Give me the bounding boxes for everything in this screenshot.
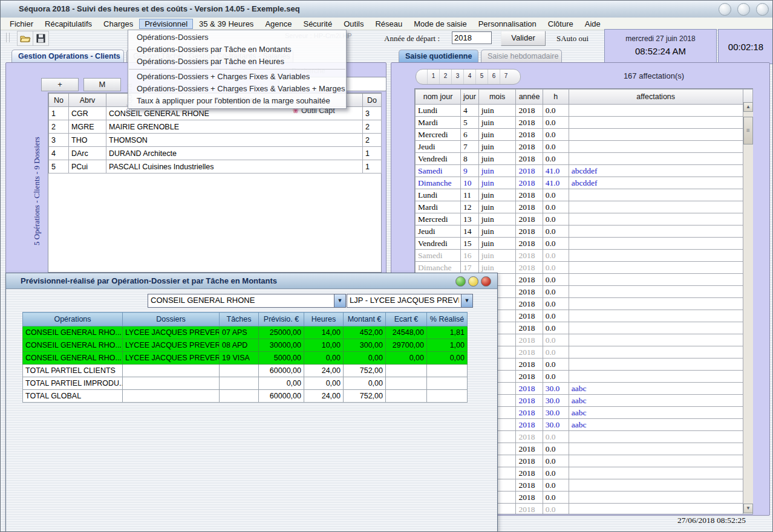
menubar-item-35-39-heures[interactable]: 35 & 39 Heures: [194, 19, 259, 29]
column-header-heures[interactable]: Heures: [304, 313, 344, 326]
day-row[interactable]: Jeudi14juin20180.0: [416, 225, 753, 238]
validate-button[interactable]: Valider: [501, 31, 546, 46]
open-folder-icon: [20, 34, 31, 43]
column-header-ann-e[interactable]: année: [516, 89, 543, 105]
menu-item-op-rations-dossiers-charges-fixes-variab[interactable]: Opérations-Dossiers + Charges Fixes & Va…: [128, 71, 346, 83]
day-row[interactable]: Mercredi13juin20180.0: [416, 213, 753, 225]
day-row[interactable]: Vendredi15juin20180.0: [416, 238, 753, 250]
previsionnel-row[interactable]: TOTAL PARTIEL CLIENTS60000,0024,00752,00: [23, 365, 468, 377]
column-header-nom-jour[interactable]: nom jour: [416, 89, 461, 105]
client-row[interactable]: 5PCuiPASCALI Cuisines Industrielles1: [49, 160, 382, 174]
menu-item-op-rations-dossiers-charges-fixes-variab[interactable]: Opérations-Dossiers + Charges Fixes & Va…: [128, 83, 346, 95]
day-row[interactable]: Vendredi8juin20180.0: [416, 153, 753, 165]
yellow-light-button[interactable]: [468, 276, 478, 287]
pager-button-4[interactable]: 4: [463, 70, 475, 84]
open-file-button[interactable]: [17, 31, 33, 46]
menubar-item-agence[interactable]: Agence: [259, 19, 297, 29]
menubar-item-aide[interactable]: Aide: [579, 19, 606, 29]
scrollbar-thumb[interactable]: ≡: [743, 117, 753, 144]
day-row[interactable]: Samedi9juin201841.0abcddef: [416, 165, 753, 177]
column-header-jour[interactable]: jour: [461, 89, 479, 105]
column-header-pr-visio[interactable]: Prévisio. €: [259, 313, 304, 326]
previsionnel-row[interactable]: TOTAL PARTIEL IMPRODU...0,000,000,00: [23, 377, 468, 390]
menu-item-op-rations-dossiers-par-t-che-en-heures[interactable]: Opérations-Dossiers par Tâche en Heures: [128, 56, 346, 68]
pager-button-2[interactable]: 2: [439, 70, 451, 84]
previsionnel-row[interactable]: TOTAL GLOBAL60000,0024,00752,00: [23, 390, 468, 403]
green-light-button[interactable]: [455, 276, 466, 287]
session-timer: 00:02:18: [718, 29, 773, 64]
menubar-item-fichier[interactable]: Fichier: [4, 19, 39, 29]
pager-button-3[interactable]: 3: [451, 70, 463, 84]
day-row[interactable]: Mardi5juin20180.0: [416, 117, 753, 129]
day-row[interactable]: Samedi16juin20180.0: [416, 250, 753, 262]
column-header-do[interactable]: Do: [363, 94, 382, 107]
red-light-button[interactable]: [481, 276, 491, 287]
menubar-item-personnalisation[interactable]: Personnalisation: [473, 19, 542, 29]
previsionnel-row[interactable]: CONSEIL GENERAL RHO...LYCEE JACQUES PREV…: [23, 326, 468, 339]
column-header-dossiers[interactable]: Dossiers: [123, 313, 220, 326]
previsionnel-row[interactable]: CONSEIL GENERAL RHO...LYCEE JACQUES PREV…: [23, 352, 468, 365]
menubar-item-r-seau[interactable]: Réseau: [370, 19, 408, 29]
previsionnel-titlebar[interactable]: Prévisionnel-réalisé par Opération-Dossi…: [6, 273, 497, 289]
scroll-up-icon[interactable]: ▲: [743, 102, 753, 112]
dossier-dropdown[interactable]: LJP - LYCEE JACQUES PREVE... ▼: [347, 294, 473, 308]
previsionnel-title: Prévisionnel-réalisé par Opération-Dossi…: [21, 276, 277, 285]
pager-button-6[interactable]: 6: [488, 70, 500, 84]
menu-item-op-rations-dossiers-par-t-che-en-montant[interactable]: Opérations-Dossiers par Tâche en Montant…: [128, 44, 346, 56]
column-header-montant[interactable]: Montant €: [344, 313, 386, 326]
column-header-mois[interactable]: mois: [478, 89, 516, 105]
clients-table-body: 1CGRCONSEIL GENERAL RHONE32MGREMAIRIE GR…: [49, 107, 382, 174]
scroll-down-icon[interactable]: ▼: [743, 504, 753, 513]
day-row[interactable]: Dimanche17juin20180.0: [416, 262, 753, 274]
m-button[interactable]: M: [83, 78, 121, 91]
day-row[interactable]: Mardi12juin20180.0: [416, 201, 753, 213]
menubar-item-outils[interactable]: Outils: [338, 19, 369, 29]
menubar-item-s-curit[interactable]: Sécurité: [298, 19, 338, 29]
menubar-item-cl-ture[interactable]: Clôture: [543, 19, 579, 29]
menubar-item-mode-de-saisie[interactable]: Mode de saisie: [408, 19, 472, 29]
column-header-abrv[interactable]: Abrv: [69, 94, 106, 107]
column-header-ecart[interactable]: Ecart €: [386, 313, 427, 326]
pager-button-1[interactable]: 1: [427, 70, 439, 84]
client-row[interactable]: 3THOTHOMSON2: [49, 134, 382, 147]
menu-item-taux-appliquer-pour-l-obtention-de-la-ma[interactable]: Taux à appliquer pour l'obtention de la …: [128, 95, 346, 107]
chevron-down-icon[interactable]: ▼: [334, 294, 345, 307]
chevron-down-icon[interactable]: ▼: [461, 294, 472, 307]
column-header-op-rations[interactable]: Opérations: [23, 313, 123, 326]
year-input[interactable]: [452, 31, 492, 44]
day-row[interactable]: Lundi4juin20180.0: [416, 105, 753, 117]
menubar-item-charges[interactable]: Charges: [98, 19, 139, 29]
day-row[interactable]: Dimanche10juin201841.0abcddef: [416, 177, 753, 189]
maximize-button[interactable]: [737, 3, 750, 16]
pager-button-7[interactable]: 7: [500, 70, 512, 84]
column-header-r-alis[interactable]: % Réalisé: [427, 313, 468, 326]
menubar-item-pr-visionnel[interactable]: Prévisionnel: [139, 19, 193, 29]
menu-item-op-rations-dossiers[interactable]: Opérations-Dossiers: [128, 31, 346, 44]
days-scrollbar[interactable]: ▲ ≡ ▼: [743, 102, 753, 513]
add-button[interactable]: +: [41, 78, 79, 91]
previsionnel-row[interactable]: CONSEIL GENERAL RHO...LYCEE JACQUES PREV…: [23, 339, 468, 352]
previsionnel-window: Prévisionnel-réalisé par Opération-Dossi…: [5, 273, 498, 532]
tab-saisie-quotidienne[interactable]: Saisie quotidienne: [399, 50, 478, 62]
column-header-affectations[interactable]: affectations: [569, 89, 743, 105]
client-row[interactable]: 2MGREMAIRIE GRENOBLE2: [49, 120, 382, 134]
tab-gestion-op-rations-clients[interactable]: Gestion Opérations - Clients: [11, 50, 124, 62]
client-dropdown-value: CONSEIL GENERAL RHONE: [151, 296, 332, 305]
column-header-t-ches[interactable]: Tâches: [220, 313, 259, 326]
day-row[interactable]: Mercredi6juin20180.0: [416, 129, 753, 141]
tab-saisie-hebdomadaire[interactable]: Saisie hebdomadaire: [481, 50, 562, 62]
column-header-no[interactable]: No: [49, 94, 69, 107]
title-bar[interactable]: Séquora 2018 - Suivi des heures et des c…: [1, 1, 773, 18]
toolbar-grip[interactable]: [6, 33, 10, 42]
client-dropdown[interactable]: CONSEIL GENERAL RHONE ▼: [148, 294, 346, 308]
save-button[interactable]: [33, 31, 49, 46]
pager-button-5[interactable]: 5: [475, 70, 488, 84]
column-header-h[interactable]: h: [543, 89, 569, 105]
client-row[interactable]: 4DArcDURAND Architecte1: [49, 147, 382, 160]
day-row[interactable]: Lundi11juin20180.0: [416, 189, 753, 201]
minimize-button[interactable]: [719, 3, 731, 16]
menubar-item-r-capitulatifs[interactable]: Récapitulatifs: [39, 19, 97, 29]
day-row[interactable]: Jeudi7juin20180.0: [416, 141, 753, 153]
close-button[interactable]: [756, 3, 769, 16]
date-panel: mercredi 27 juin 2018 08:52:24 AM: [604, 29, 717, 64]
